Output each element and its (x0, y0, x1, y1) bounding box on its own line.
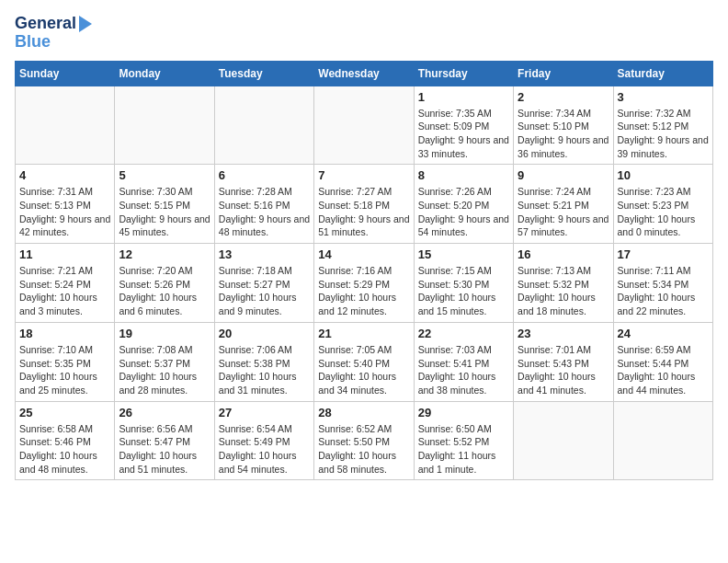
calendar-cell: 20Sunrise: 7:06 AMSunset: 5:38 PMDayligh… (214, 322, 313, 401)
day-number: 17 (618, 247, 709, 261)
calendar-cell: 11Sunrise: 7:21 AMSunset: 5:24 PMDayligh… (16, 244, 115, 323)
calendar-cell: 9Sunrise: 7:24 AMSunset: 5:21 PMDaylight… (514, 165, 613, 244)
calendar-cell: 18Sunrise: 7:10 AMSunset: 5:35 PMDayligh… (16, 322, 115, 401)
day-number: 25 (19, 406, 110, 419)
weekday-header-monday: Monday (115, 61, 214, 86)
day-info: Sunrise: 7:35 AMSunset: 5:09 PMDaylight:… (418, 107, 509, 161)
logo: General Blue (15, 15, 92, 52)
day-number: 13 (219, 247, 310, 261)
day-info: Sunrise: 7:21 AMSunset: 5:24 PMDaylight:… (19, 264, 110, 318)
day-info: Sunrise: 6:54 AMSunset: 5:49 PMDaylight:… (219, 422, 310, 477)
calendar-cell: 22Sunrise: 7:03 AMSunset: 5:41 PMDayligh… (414, 322, 513, 401)
day-number: 10 (618, 168, 709, 182)
calendar-cell: 23Sunrise: 7:01 AMSunset: 5:43 PMDayligh… (514, 322, 613, 401)
week-row-1: 1Sunrise: 7:35 AMSunset: 5:09 PMDaylight… (16, 86, 713, 165)
day-number: 23 (518, 327, 609, 340)
calendar-cell: 1Sunrise: 7:35 AMSunset: 5:09 PMDaylight… (414, 86, 513, 165)
day-info: Sunrise: 6:59 AMSunset: 5:44 PMDaylight:… (618, 343, 709, 397)
day-info: Sunrise: 6:58 AMSunset: 5:46 PMDaylight:… (19, 422, 110, 477)
calendar: SundayMondayTuesdayWednesdayThursdayFrid… (15, 61, 713, 481)
day-info: Sunrise: 7:16 AMSunset: 5:29 PMDaylight:… (318, 264, 409, 318)
week-row-5: 25Sunrise: 6:58 AMSunset: 5:46 PMDayligh… (16, 401, 713, 480)
day-number: 22 (418, 327, 509, 340)
day-info: Sunrise: 7:11 AMSunset: 5:34 PMDaylight:… (618, 264, 709, 318)
calendar-cell (115, 86, 214, 165)
weekday-header-row: SundayMondayTuesdayWednesdayThursdayFrid… (16, 61, 713, 86)
weekday-header-wednesday: Wednesday (314, 61, 414, 86)
day-info: Sunrise: 7:23 AMSunset: 5:23 PMDaylight:… (618, 185, 709, 239)
day-info: Sunrise: 7:20 AMSunset: 5:26 PMDaylight:… (119, 264, 210, 318)
day-info: Sunrise: 7:10 AMSunset: 5:35 PMDaylight:… (19, 343, 110, 397)
day-info: Sunrise: 7:05 AMSunset: 5:40 PMDaylight:… (318, 343, 409, 397)
day-number: 19 (119, 327, 210, 340)
day-number: 4 (19, 168, 110, 182)
calendar-cell: 8Sunrise: 7:26 AMSunset: 5:20 PMDaylight… (414, 165, 513, 244)
day-number: 7 (318, 168, 409, 182)
day-info: Sunrise: 6:52 AMSunset: 5:50 PMDaylight:… (318, 422, 409, 477)
day-info: Sunrise: 7:06 AMSunset: 5:38 PMDaylight:… (219, 343, 310, 397)
weekday-header-saturday: Saturday (613, 61, 712, 86)
day-info: Sunrise: 7:24 AMSunset: 5:21 PMDaylight:… (518, 185, 609, 239)
day-info: Sunrise: 6:56 AMSunset: 5:47 PMDaylight:… (119, 422, 210, 477)
calendar-cell: 26Sunrise: 6:56 AMSunset: 5:47 PMDayligh… (115, 401, 214, 480)
day-number: 16 (518, 247, 609, 261)
logo-arrow-icon (79, 16, 92, 32)
day-number: 1 (418, 90, 509, 104)
calendar-cell: 2Sunrise: 7:34 AMSunset: 5:10 PMDaylight… (514, 86, 613, 165)
logo-blue: Blue (15, 33, 92, 52)
day-number: 28 (318, 406, 409, 419)
calendar-cell: 10Sunrise: 7:23 AMSunset: 5:23 PMDayligh… (613, 165, 712, 244)
week-row-2: 4Sunrise: 7:31 AMSunset: 5:13 PMDaylight… (16, 165, 713, 244)
day-info: Sunrise: 7:18 AMSunset: 5:27 PMDaylight:… (219, 264, 310, 318)
day-number: 9 (518, 168, 609, 182)
day-number: 20 (219, 327, 310, 340)
day-info: Sunrise: 7:03 AMSunset: 5:41 PMDaylight:… (418, 343, 509, 397)
day-info: Sunrise: 7:27 AMSunset: 5:18 PMDaylight:… (318, 185, 409, 239)
calendar-cell: 27Sunrise: 6:54 AMSunset: 5:49 PMDayligh… (214, 401, 313, 480)
day-info: Sunrise: 7:15 AMSunset: 5:30 PMDaylight:… (418, 264, 509, 318)
day-number: 27 (219, 406, 310, 419)
calendar-cell: 7Sunrise: 7:27 AMSunset: 5:18 PMDaylight… (314, 165, 414, 244)
day-info: Sunrise: 7:30 AMSunset: 5:15 PMDaylight:… (119, 185, 210, 239)
calendar-cell (613, 401, 712, 480)
week-row-3: 11Sunrise: 7:21 AMSunset: 5:24 PMDayligh… (16, 244, 713, 323)
weekday-header-sunday: Sunday (16, 61, 115, 86)
calendar-cell: 19Sunrise: 7:08 AMSunset: 5:37 PMDayligh… (115, 322, 214, 401)
calendar-cell (214, 86, 313, 165)
calendar-cell (514, 401, 613, 480)
day-number: 5 (119, 168, 210, 182)
calendar-cell: 13Sunrise: 7:18 AMSunset: 5:27 PMDayligh… (214, 244, 313, 323)
calendar-cell: 15Sunrise: 7:15 AMSunset: 5:30 PMDayligh… (414, 244, 513, 323)
calendar-cell: 4Sunrise: 7:31 AMSunset: 5:13 PMDaylight… (16, 165, 115, 244)
calendar-cell: 17Sunrise: 7:11 AMSunset: 5:34 PMDayligh… (613, 244, 712, 323)
day-number: 29 (418, 406, 509, 419)
calendar-cell: 5Sunrise: 7:30 AMSunset: 5:15 PMDaylight… (115, 165, 214, 244)
day-info: Sunrise: 7:01 AMSunset: 5:43 PMDaylight:… (518, 343, 609, 397)
header: General Blue (15, 15, 713, 52)
calendar-cell: 28Sunrise: 6:52 AMSunset: 5:50 PMDayligh… (314, 401, 414, 480)
calendar-cell: 6Sunrise: 7:28 AMSunset: 5:16 PMDaylight… (214, 165, 313, 244)
calendar-cell: 29Sunrise: 6:50 AMSunset: 5:52 PMDayligh… (414, 401, 513, 480)
calendar-cell: 24Sunrise: 6:59 AMSunset: 5:44 PMDayligh… (613, 322, 712, 401)
day-info: Sunrise: 7:28 AMSunset: 5:16 PMDaylight:… (219, 185, 310, 239)
calendar-cell: 21Sunrise: 7:05 AMSunset: 5:40 PMDayligh… (314, 322, 414, 401)
day-number: 21 (318, 327, 409, 340)
logo-text: General (15, 15, 76, 33)
calendar-cell: 25Sunrise: 6:58 AMSunset: 5:46 PMDayligh… (16, 401, 115, 480)
day-number: 8 (418, 168, 509, 182)
weekday-header-tuesday: Tuesday (214, 61, 313, 86)
day-info: Sunrise: 7:08 AMSunset: 5:37 PMDaylight:… (119, 343, 210, 397)
day-number: 11 (19, 247, 110, 261)
weekday-header-thursday: Thursday (414, 61, 513, 86)
day-number: 2 (518, 90, 609, 104)
day-info: Sunrise: 7:26 AMSunset: 5:20 PMDaylight:… (418, 185, 509, 239)
day-number: 15 (418, 247, 509, 261)
day-info: Sunrise: 7:13 AMSunset: 5:32 PMDaylight:… (518, 264, 609, 318)
day-info: Sunrise: 7:34 AMSunset: 5:10 PMDaylight:… (518, 107, 609, 161)
day-number: 6 (219, 168, 310, 182)
day-number: 24 (618, 327, 709, 340)
day-info: Sunrise: 7:31 AMSunset: 5:13 PMDaylight:… (19, 185, 110, 239)
day-number: 14 (318, 247, 409, 261)
day-number: 26 (119, 406, 210, 419)
day-info: Sunrise: 7:32 AMSunset: 5:12 PMDaylight:… (618, 107, 709, 161)
